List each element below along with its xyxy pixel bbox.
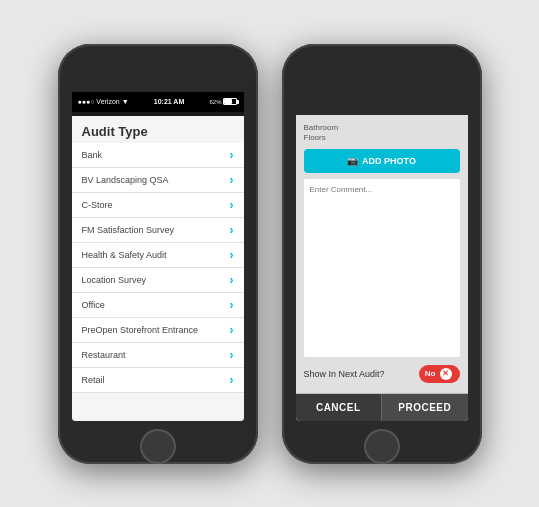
phone-2: ADD COMMENT × Bathroom Floors 📷 ADD PHOT… <box>282 44 482 464</box>
phone-1: ●●●○ Verizon ▼ 10:21 AM 62% AUDIT TYPE ×… <box>58 44 258 464</box>
proceed-button[interactable]: PROCEED <box>381 394 468 421</box>
list-item[interactable]: C-Store › <box>72 193 244 218</box>
audit-type-list: Bank › BV Landscaping QSA › C-Store › <box>72 143 244 393</box>
camera-icon: 📷 <box>347 156 358 166</box>
arrow-icon: › <box>230 273 234 287</box>
arrow-icon: › <box>230 348 234 362</box>
list-item[interactable]: Office › <box>72 293 244 318</box>
list-item[interactable]: FM Satisfaction Survey › <box>72 218 244 243</box>
battery-1: 62% <box>209 98 237 105</box>
arrow-icon: › <box>230 198 234 212</box>
phones-container: ●●●○ Verizon ▼ 10:21 AM 62% AUDIT TYPE ×… <box>58 44 482 464</box>
screen2-content: Bathroom Floors 📷 ADD PHOTO Show In Next… <box>296 115 468 393</box>
subtitle: Bathroom Floors <box>304 123 460 144</box>
list-item[interactable]: PreOpen Storefront Entrance › <box>72 318 244 343</box>
list-item[interactable]: Restaurant › <box>72 343 244 368</box>
screen-2: ADD COMMENT × Bathroom Floors 📷 ADD PHOT… <box>296 92 468 421</box>
status-bar-2 <box>296 92 468 112</box>
arrow-icon: › <box>230 298 234 312</box>
show-in-next-audit-row: Show In Next Audit? No ✕ <box>304 363 460 385</box>
no-toggle[interactable]: No ✕ <box>419 365 460 383</box>
home-button-1[interactable] <box>140 429 176 464</box>
comment-input[interactable] <box>304 179 460 356</box>
arrow-icon: › <box>230 148 234 162</box>
screen2-footer: CANCEL PROCEED <box>296 393 468 421</box>
time-1: 10:21 AM <box>154 98 184 105</box>
show-next-label: Show In Next Audit? <box>304 369 385 379</box>
screen1-content: Audit Type Bank › BV Landscaping QSA › C… <box>72 116 244 421</box>
screen-1: AUDIT TYPE × Audit Type Bank › BV Landsc… <box>72 92 244 421</box>
add-photo-button[interactable]: 📷 ADD PHOTO <box>304 149 460 173</box>
toggle-x-icon: ✕ <box>440 368 452 380</box>
list-item[interactable]: Retail › <box>72 368 244 393</box>
home-button-2[interactable] <box>364 429 400 464</box>
arrow-icon: › <box>230 173 234 187</box>
list-item[interactable]: Location Survey › <box>72 268 244 293</box>
list-item[interactable]: Bank › <box>72 143 244 168</box>
list-item[interactable]: Health & Safety Audit › <box>72 243 244 268</box>
cancel-button[interactable]: CANCEL <box>296 394 382 421</box>
battery-icon-1 <box>223 98 237 105</box>
arrow-icon: › <box>230 373 234 387</box>
arrow-icon: › <box>230 223 234 237</box>
arrow-icon: › <box>230 323 234 337</box>
status-bar-1: ●●●○ Verizon ▼ 10:21 AM 62% <box>72 92 244 112</box>
carrier-1: ●●●○ Verizon ▼ <box>78 98 129 105</box>
toggle-label: No <box>425 369 436 378</box>
list-item[interactable]: BV Landscaping QSA › <box>72 168 244 193</box>
section-title: Audit Type <box>72 116 244 143</box>
arrow-icon: › <box>230 248 234 262</box>
battery-percent-1: 62% <box>209 99 221 105</box>
